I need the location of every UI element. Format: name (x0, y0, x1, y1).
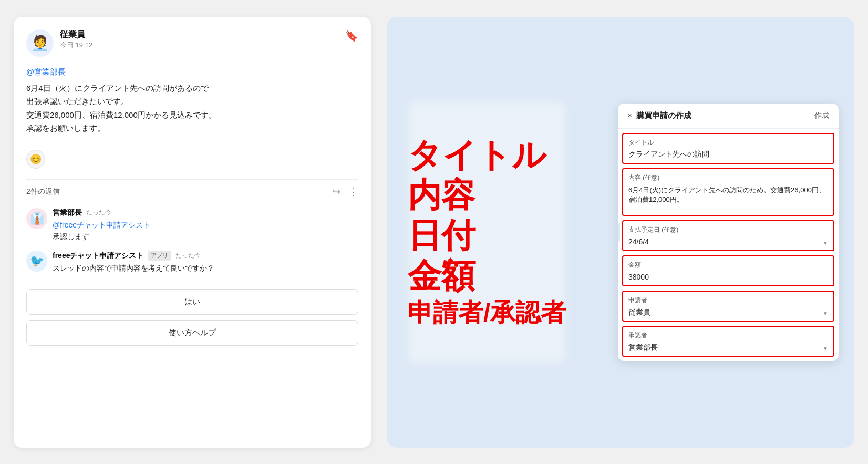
reply-item: 👔 営業部長 たった今 @freeeチャット申請アシスト 承認します (26, 208, 358, 243)
action-buttons: はい 使い方ヘルプ (26, 289, 358, 346)
form-title: 購買申請の作成 (636, 111, 691, 121)
thread-info: 2件の返信 ↪ ⋮ (26, 179, 358, 198)
more-icon[interactable]: ⋮ (349, 186, 358, 198)
reply-time-1: たった今 (86, 208, 111, 217)
field-title: タイトル (622, 133, 834, 164)
reply-icon[interactable]: ↪ (333, 186, 340, 198)
thread-actions: ↪ ⋮ (333, 186, 358, 198)
thread-count: 2件の返信 (26, 187, 60, 197)
field-applicant-select-wrapper: 従業員 (623, 306, 833, 321)
field-date-label: 支払予定日 (任意) (623, 221, 833, 235)
field-approver-label: 承認者 (623, 327, 833, 341)
field-amount-label: 金額 (623, 256, 833, 271)
field-approver-select-wrapper: 営業部長 (623, 341, 833, 356)
field-approver: 承認者 営業部長 (622, 326, 834, 357)
label-date: 日付 (408, 215, 566, 256)
field-content-textarea[interactable]: 6月4日(火)にクライアント先への訪問のため。交通費26,000円、宿泊費12,… (623, 183, 833, 213)
form-container: × 購買申請の作成 作成 タイトル 内容 (任意) 6月4日(火)にクライアント… (618, 104, 839, 361)
arrow-left (618, 223, 620, 242)
field-date-select[interactable]: 24/6/4 (623, 235, 833, 250)
reply-content-2: freeeチャット申請アシスト アプリ たった今 スレッドの内容で申請内容を考え… (53, 251, 358, 274)
form-create-button[interactable]: 作成 (814, 111, 829, 120)
reply-header-2: freeeチャット申請アシスト アプリ たった今 (53, 251, 358, 261)
field-approver-select[interactable]: 営業部長 (623, 341, 833, 356)
app-badge: アプリ (148, 251, 171, 261)
field-content: 内容 (任意) 6月4日(火)にクライアント先への訪問のため。交通費26,000… (622, 168, 834, 216)
label-applicant: 申請者/承認者 (408, 296, 566, 329)
reply-avatar-1: 👔 (26, 208, 47, 229)
field-date: 支払予定日 (任意) 24/6/4 (622, 220, 834, 251)
reply-item-2: 🐦 freeeチャット申請アシスト アプリ たった今 スレッドの内容で申請内容を… (26, 251, 358, 274)
field-content-label: 内容 (任意) (623, 169, 833, 183)
help-button[interactable]: 使い方ヘルプ (26, 320, 358, 346)
yes-button[interactable]: はい (26, 289, 358, 315)
field-applicant-label: 申請者 (623, 292, 833, 306)
mention-tag: @営業部長 (26, 67, 358, 77)
label-amount: 金額 (408, 256, 566, 296)
field-applicant: 申請者 従業員 (622, 291, 834, 322)
sender-name: 従業員 (60, 29, 92, 40)
replies-section: 👔 営業部長 たった今 @freeeチャット申請アシスト 承認します 🐦 (26, 208, 358, 274)
form-body: タイトル 内容 (任意) 6月4日(火)にクライアント先への訪問のため。交通費2… (618, 133, 839, 357)
form-close-button[interactable]: × (627, 111, 632, 120)
reply-text-1: @freeeチャット申請アシスト 承認します (53, 219, 358, 243)
field-title-input[interactable] (623, 148, 833, 163)
reply-avatar-2: 🐦 (26, 251, 47, 272)
field-amount: 金額 (622, 255, 834, 286)
bookmark-icon[interactable]: 🔖 (345, 29, 358, 42)
message-body: @営業部長 6月4日（火）にクライアント先への訪問があるので 出張承認いただきた… (26, 67, 358, 135)
field-applicant-select[interactable]: 従業員 (623, 306, 833, 321)
field-title-label: タイトル (623, 134, 833, 148)
reaction-area: 😊 (26, 150, 358, 169)
reply-content-1: 営業部長 たった今 @freeeチャット申請アシスト 承認します (53, 208, 358, 243)
message-header: 🧑‍💼 従業員 今日 19:12 🔖 (26, 29, 358, 57)
right-panel: タイトル 内容 日付 金額 申請者/承認者 × 購買申請の作成 作成 (387, 17, 854, 448)
form-header-left: × 購買申請の作成 (627, 111, 691, 121)
label-title: タイトル (408, 135, 566, 176)
sender-info: 🧑‍💼 従業員 今日 19:12 (26, 29, 92, 57)
chat-panel: 🧑‍💼 従業員 今日 19:12 🔖 @営業部長 6月4日（火）にクライアント先… (14, 17, 371, 448)
message-time: 今日 19:12 (60, 40, 92, 50)
sender-name-time: 従業員 今日 19:12 (60, 29, 92, 50)
reply-header-1: 営業部長 たった今 (53, 208, 358, 218)
field-amount-input[interactable] (623, 271, 833, 285)
big-labels: タイトル 内容 日付 金額 申請者/承認者 (408, 135, 566, 329)
reaction-button[interactable]: 😊 (26, 150, 45, 169)
reply-sender-2: freeeチャット申請アシスト (53, 251, 143, 261)
reply-text-2: スレッドの内容で申請内容を考えて良いですか？ (53, 262, 358, 274)
main-container: 🧑‍💼 従業員 今日 19:12 🔖 @営業部長 6月4日（火）にクライアント先… (14, 17, 854, 448)
reply-sender-1: 営業部長 (53, 208, 82, 218)
field-date-select-wrapper: 24/6/4 (623, 235, 833, 250)
reply-mention-1: @freeeチャット申請アシスト (53, 221, 150, 229)
sender-avatar: 🧑‍💼 (26, 29, 54, 57)
label-content: 内容 (408, 176, 566, 216)
reply-time-2: たった今 (175, 251, 201, 260)
message-text: 6月4日（火）にクライアント先への訪問があるので 出張承認いただきたいです。 交… (26, 81, 358, 135)
form-header: × 購買申請の作成 作成 (618, 104, 839, 129)
